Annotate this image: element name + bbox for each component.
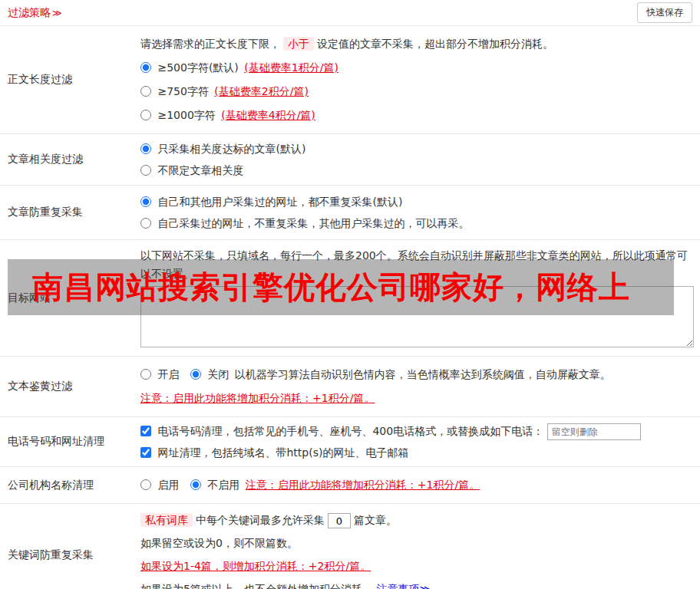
radio-1000-input[interactable] bbox=[140, 110, 151, 120]
radio-company-off-input[interactable] bbox=[190, 479, 201, 490]
checkbox-url-clean[interactable]: 网址清理，包括纯域名、带http(s)的网址、电子邮箱 bbox=[140, 446, 408, 459]
radio-dedupe-self-input[interactable] bbox=[140, 218, 151, 229]
target-sites-textarea[interactable] bbox=[140, 286, 694, 347]
radio-porn-off-label: 关闭 bbox=[207, 368, 229, 380]
radio-relevance-any-label: 不限定文章相关度 bbox=[157, 164, 243, 176]
keyword-limit-text-end: 篇文章。 bbox=[354, 514, 397, 526]
checkbox-url-clean-label: 网址清理，包括纯域名、带http(s)的网址、电子邮箱 bbox=[157, 446, 408, 459]
keyword-limit-input[interactable] bbox=[328, 513, 351, 528]
radio-500-input[interactable] bbox=[140, 62, 151, 73]
radio-relevance-any[interactable]: 不限定文章相关度 bbox=[140, 164, 243, 176]
section-body-length-label: 正文长度过滤 bbox=[0, 26, 134, 133]
radio-relevance-any-input[interactable] bbox=[140, 165, 151, 176]
section-target-sites: 目标网站 以下网站不采集，只填域名，每行一个，最多200个。系统会自动识别并屏蔽… bbox=[0, 240, 700, 357]
radio-750-fee-note: (基础费率2积分/篇) bbox=[214, 85, 309, 97]
radio-company-off-label: 不启用 bbox=[207, 479, 239, 491]
keyword-limit-text-mid: 中每个关键词最多允许采集 bbox=[196, 514, 325, 526]
radio-company-on-label: 启用 bbox=[157, 479, 179, 491]
radio-porn-on[interactable]: 开启 bbox=[140, 368, 183, 380]
radio-dedupe-global-label: 自己和其他用户采集过的网址，都不重复采集(默认) bbox=[157, 196, 402, 208]
radio-porn-on-input[interactable] bbox=[140, 369, 151, 380]
section-company-clean-label: 公司机构名称清理 bbox=[0, 467, 134, 503]
intro-text-pre: 请选择需求的正文长度下限， bbox=[140, 38, 280, 50]
checkbox-phone-clean-input[interactable] bbox=[140, 426, 151, 436]
radio-porn-off[interactable]: 关闭 bbox=[190, 368, 233, 380]
radio-dedupe-global[interactable]: 自己和其他用户采集过的网址，都不重复采集(默认) bbox=[140, 196, 402, 208]
keyword-note-1-4: 如果设为1-4篇，则增加积分消耗：+2积分/篇。 bbox=[140, 554, 694, 577]
radio-option-500[interactable]: ≥500字符(默认) (基础费率1积分/篇) bbox=[140, 61, 338, 74]
top-bar: 过滤策略≫ 快速保存 bbox=[0, 0, 700, 26]
radio-500-label: ≥500字符(默认) bbox=[157, 61, 238, 74]
checkbox-url-clean-input[interactable] bbox=[140, 447, 151, 458]
quick-save-button[interactable]: 快速保存 bbox=[637, 2, 692, 23]
section-porn-filter: 文本鉴黄过滤 开启 关闭 以机器学习算法自动识别色情内容，当色情概率达到系统阈值… bbox=[0, 357, 700, 417]
radio-1000-fee-note: (基础费率4积分/篇) bbox=[221, 109, 315, 121]
radio-company-off[interactable]: 不启用 bbox=[190, 479, 243, 491]
section-target-sites-label: 目标网站 bbox=[0, 240, 134, 356]
private-lexicon-tag[interactable]: 私有词库 bbox=[140, 513, 193, 527]
replacement-phone-input[interactable] bbox=[547, 423, 641, 440]
radio-relevance-strict-label: 只采集相关度达标的文章(默认) bbox=[157, 143, 305, 155]
chevron-double-icon: ≫ bbox=[52, 8, 62, 18]
page-title: 过滤策略≫ bbox=[8, 6, 62, 20]
checkbox-phone-clean[interactable]: 电话号码清理，包括常见的手机号、座机号、400电话格式，或替换成如下电话： bbox=[140, 425, 547, 437]
radio-company-on[interactable]: 启用 bbox=[140, 479, 183, 491]
less-than-tag: 小于 bbox=[283, 37, 314, 51]
radio-porn-on-label: 开启 bbox=[157, 368, 179, 380]
radio-dedupe-global-input[interactable] bbox=[140, 196, 151, 207]
section-phone-url-clean: 电话号码和网址清理 电话号码清理，包括常见的手机号、座机号、400电话格式，或替… bbox=[0, 417, 700, 467]
radio-750-label: ≥750字符 bbox=[157, 85, 208, 97]
section-phone-url-clean-label: 电话号码和网址清理 bbox=[0, 417, 134, 466]
porn-filter-fee-note: 注意：启用此功能将增加积分消耗：+1积分/篇。 bbox=[140, 387, 694, 410]
radio-option-750[interactable]: ≥750字符 (基础费率2积分/篇) bbox=[140, 85, 309, 97]
radio-1000-label: ≥1000字符 bbox=[157, 109, 215, 121]
company-clean-fee-note: 注意：启用此功能将增加积分消耗：+1积分/篇。 bbox=[246, 479, 480, 491]
section-url-dedupe-label: 文章防重复采集 bbox=[0, 186, 134, 239]
radio-relevance-strict-input[interactable] bbox=[140, 143, 151, 154]
section-relevance: 文章相关度过滤 只采集相关度达标的文章(默认) 不限定文章相关度 bbox=[0, 134, 700, 186]
checkbox-phone-clean-label: 电话号码清理，包括常见的手机号、座机号、400电话格式，或替换成如下电话： bbox=[157, 425, 543, 437]
section-url-dedupe: 文章防重复采集 自己和其他用户采集过的网址，都不重复采集(默认) 自己采集过的网… bbox=[0, 186, 700, 240]
section-keyword-dedupe: 关键词防重复采集 私有词库中每个关键词最多允许采集篇文章。 如果留空或设为0，则… bbox=[0, 504, 700, 589]
radio-option-1000[interactable]: ≥1000字符 (基础费率4积分/篇) bbox=[140, 109, 315, 121]
radio-company-on-input[interactable] bbox=[140, 479, 151, 490]
body-length-intro: 请选择需求的正文长度下限，小于设定值的文章不采集，超出部分不增加积分消耗。 bbox=[140, 32, 694, 56]
section-body-length: 正文长度过滤 请选择需求的正文长度下限，小于设定值的文章不采集，超出部分不增加积… bbox=[0, 26, 700, 134]
section-relevance-label: 文章相关度过滤 bbox=[0, 134, 134, 185]
radio-750-input[interactable] bbox=[140, 86, 151, 97]
radio-porn-off-input[interactable] bbox=[190, 369, 201, 380]
notice-link[interactable]: 注意事项≫ bbox=[376, 583, 431, 589]
porn-filter-desc: 以机器学习算法自动识别色情内容，当色情概率达到系统阈值，自动屏蔽文章。 bbox=[235, 368, 611, 380]
keyword-note-5plus: 如果设为5篇或以上，也不会额外增加积分消耗。 bbox=[140, 583, 373, 589]
radio-500-fee-note: (基础费率1积分/篇) bbox=[244, 61, 338, 74]
page-title-text: 过滤策略 bbox=[8, 6, 51, 18]
section-company-clean: 公司机构名称清理 启用 不启用 注意：启用此功能将增加积分消耗：+1积分/篇。 bbox=[0, 467, 700, 504]
keyword-note-zero: 如果留空或设为0，则不限篇数。 bbox=[140, 531, 694, 554]
radio-dedupe-self-label: 自己采集过的网址，不重复采集，其他用户采集过的，可以再采。 bbox=[157, 217, 469, 229]
radio-relevance-strict[interactable]: 只采集相关度达标的文章(默认) bbox=[140, 143, 305, 155]
intro-text-post: 设定值的文章不采集，超出部分不增加积分消耗。 bbox=[317, 38, 553, 50]
radio-dedupe-self[interactable]: 自己采集过的网址，不重复采集，其他用户采集过的，可以再采。 bbox=[140, 217, 469, 229]
target-sites-intro: 以下网站不采集，只填域名，每行一个，最多200个。系统会自动识别并屏蔽那些非文章… bbox=[140, 246, 694, 283]
section-keyword-dedupe-label: 关键词防重复采集 bbox=[0, 504, 134, 589]
section-porn-filter-label: 文本鉴黄过滤 bbox=[0, 357, 134, 416]
